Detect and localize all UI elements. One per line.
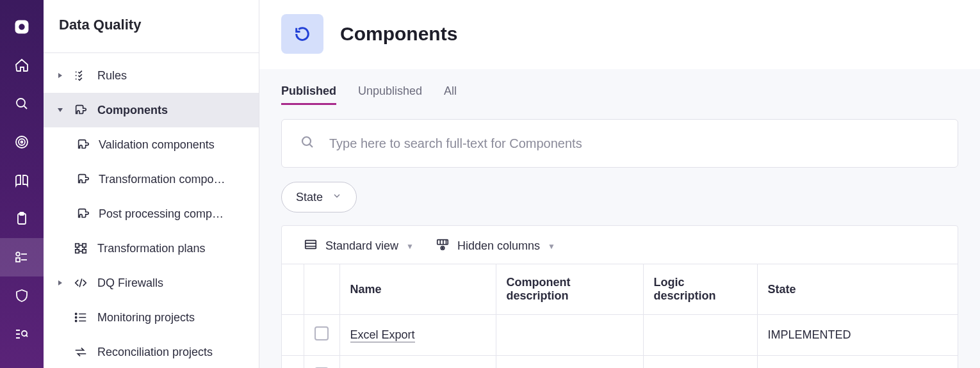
svg-rect-13 [76,250,79,253]
svg-point-17 [76,320,77,321]
dropdown-triangle-icon: ▼ [406,242,414,251]
tree-item-post-processing[interactable]: Post processing comp… [44,196,259,231]
svg-rect-11 [76,244,79,248]
cell-expand[interactable] [282,315,304,356]
icon-rail [0,0,44,368]
cell-logic-description [643,356,757,369]
tree-label: DQ Firewalls [97,276,170,290]
svg-rect-9 [16,258,20,262]
tree-item-rules[interactable]: Rules [44,58,259,93]
caret-expanded-icon [56,107,64,113]
tree-label: Reconciliation projects [97,346,219,359]
tree-item-transformation[interactable]: Transformation compo… [44,162,259,196]
refresh-button[interactable] [281,14,323,54]
svg-point-8 [16,252,20,256]
chevron-down-icon [332,191,342,204]
svg-rect-12 [83,244,86,248]
svg-point-1 [19,24,24,29]
main-area: Components Published Unpublished All Sta… [259,0,980,368]
puzzle-icon [76,206,91,221]
rail-explore[interactable] [0,315,44,353]
code-icon [73,275,88,291]
tab-all[interactable]: All [444,84,457,105]
cell-name: Excel Export [339,315,496,356]
tree-item-dq-firewalls[interactable]: DQ Firewalls [44,266,259,300]
caret-collapsed-icon [56,72,64,79]
results-table: Name Component description Logic descrip… [282,264,958,368]
hidden-columns-label: Hidden columns [457,239,540,253]
th-state[interactable]: State [757,264,958,315]
cell-state: IMPLEMENTED [757,315,958,356]
main-header: Components [259,0,980,69]
nav-tree: Rules Components Validation components T… [44,53,259,368]
rail-clipboard[interactable] [0,200,44,238]
cell-expand[interactable] [282,356,304,369]
tree-label: Rules [97,69,133,83]
th-expand [282,264,304,315]
search-input[interactable] [329,136,940,151]
svg-point-22 [442,248,443,249]
caret-collapsed-icon [56,280,64,286]
sidebar-title: Data Quality [44,0,259,53]
table-row: Excel Export IMPLEMENTED [282,315,958,356]
hidden-columns-button[interactable]: Hidden columns ▼ [436,237,555,255]
tree-label: Monitoring projects [97,311,201,324]
cell-check [304,315,339,356]
tab-published[interactable]: Published [281,84,336,105]
svg-point-18 [302,137,311,145]
list-icon [73,310,88,325]
puzzle-icon [76,172,91,187]
filter-state-label: State [296,191,323,204]
puzzle-icon [73,102,88,118]
dropdown-triangle-icon: ▼ [548,242,555,251]
cell-component-description [496,356,643,369]
svg-point-16 [76,317,77,318]
row-checkbox[interactable] [314,326,329,340]
rail-target[interactable] [0,123,44,161]
rail-search[interactable] [0,84,44,123]
cell-name: String Uniqueness [339,356,496,369]
card-toolbar: Standard view ▼ Hidden columns ▼ [282,226,958,264]
row-link[interactable]: Excel Export [350,328,415,342]
svg-point-5 [21,141,23,143]
th-component-description[interactable]: Component description [496,264,643,315]
tree-label: Validation components [99,138,221,152]
tree-item-monitoring[interactable]: Monitoring projects [44,300,259,335]
table-row: String Uniqueness IMPLEMENTED [282,356,958,369]
tree-label: Post processing comp… [99,207,230,221]
tabs: Published Unpublished All [281,84,958,105]
rules-icon [73,68,88,83]
th-logic-description[interactable]: Logic description [643,264,757,315]
content-band: Published Unpublished All State [259,69,980,368]
rail-catalog[interactable] [0,161,44,200]
table-header-row: Name Component description Logic descrip… [282,264,958,315]
tree-item-transformation-plans[interactable]: Transformation plans [44,231,259,266]
svg-point-15 [76,313,77,314]
svg-point-2 [17,99,25,107]
th-name[interactable]: Name [339,264,496,315]
tab-unpublished[interactable]: Unpublished [358,84,422,105]
rail-home[interactable] [0,46,44,84]
tree-item-components[interactable]: Components [44,93,259,127]
page-title: Components [340,23,457,45]
standard-view-button[interactable]: Standard view ▼ [304,237,414,255]
tree-item-reconciliation[interactable]: Reconciliation projects [44,335,259,368]
app-logo [0,8,44,46]
th-check [304,264,339,315]
filter-state[interactable]: State [281,182,357,212]
rail-quality[interactable] [0,238,44,276]
puzzle-icon [76,137,91,152]
rail-shield[interactable] [0,276,44,315]
svg-point-3 [16,136,28,148]
cell-check [304,356,339,369]
hidden-columns-icon [436,237,450,255]
svg-point-4 [19,139,25,145]
results-card: Standard view ▼ Hidden columns ▼ [281,225,958,368]
cell-logic-description [643,315,757,356]
svg-rect-14 [83,250,86,253]
table-view-icon [304,237,318,255]
standard-view-label: Standard view [325,239,398,253]
tree-item-validation[interactable]: Validation components [44,127,259,162]
cell-component-description [496,315,643,356]
sidebar: Data Quality Rules Components Valida [44,0,259,368]
